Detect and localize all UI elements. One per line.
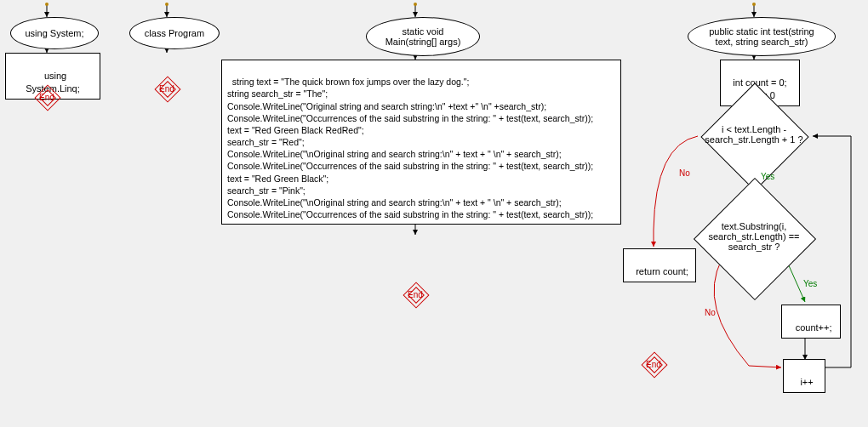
rect-main-body: string text = "The quick brown fox jumps… xyxy=(221,60,621,225)
end-label: End xyxy=(39,93,54,102)
ellipse-label: using System; xyxy=(25,28,83,38)
ellipse-label: class Program xyxy=(145,28,204,38)
rect-label: count++; xyxy=(796,322,832,333)
edge-yes-2: Yes xyxy=(803,279,817,288)
edge-no-1: No xyxy=(679,168,690,178)
ellipse-class-program: class Program xyxy=(129,17,220,49)
end-label: End xyxy=(646,360,661,369)
decision-label: text.Substring(i, search_str.Length) == … xyxy=(693,221,815,252)
ellipse-label: static void Main(string[] args) xyxy=(385,26,461,47)
ellipse-using-system: using System; xyxy=(10,17,99,49)
rect-label: i++ xyxy=(800,377,813,387)
edge-no-2: No xyxy=(705,308,716,317)
end-node-4: End xyxy=(642,352,665,376)
ellipse-test-fn: public static int test(string text, stri… xyxy=(688,17,836,56)
edge-yes-1: Yes xyxy=(761,172,774,181)
end-node-3: End xyxy=(403,282,427,306)
ellipse-label: public static int test(string text, stri… xyxy=(709,26,814,47)
ellipse-main: static void Main(string[] args) xyxy=(366,17,480,56)
end-node-1: End xyxy=(35,85,59,109)
rect-count-incr: count++; xyxy=(781,305,841,339)
rect-label: return count; xyxy=(636,266,688,276)
end-label: End xyxy=(159,84,174,94)
rect-return: return count; xyxy=(623,248,696,282)
rect-label: string text = "The quick brown fox jumps… xyxy=(227,77,593,219)
end-node-2: End xyxy=(155,77,179,100)
rect-i-incr: i++ xyxy=(783,359,825,393)
end-label: End xyxy=(408,290,423,299)
decision-label: i < text.Length - search_str.Length + 1 … xyxy=(694,124,814,145)
